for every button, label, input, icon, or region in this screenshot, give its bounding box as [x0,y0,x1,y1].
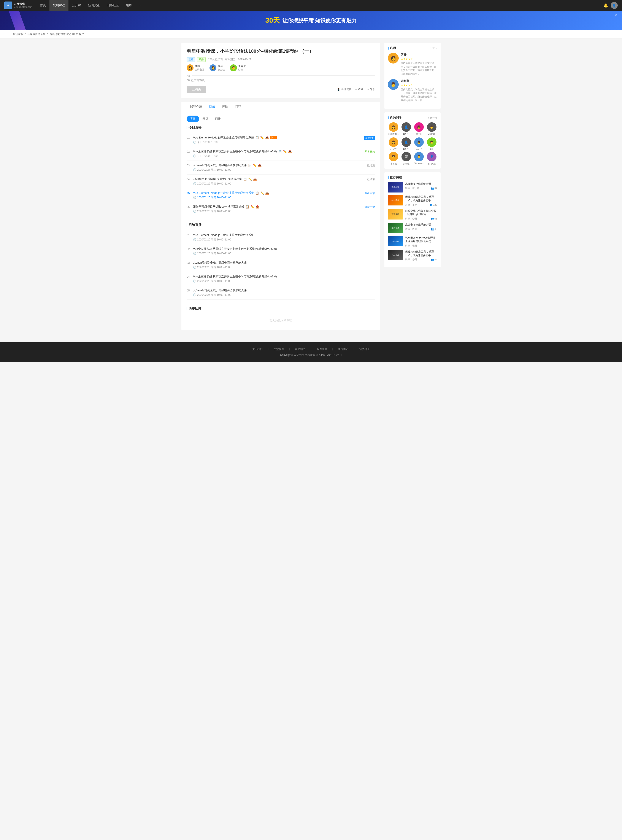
tag-live: 直播 [187,57,195,62]
collect-btn[interactable]: ☆ 收藏 [355,87,363,91]
rec-course-6[interactable]: Java JUC 玩转Java开发工具，精通JUC，成为开发多面手 讲师：岱田 … [388,250,437,261]
lesson-6-icon-edit[interactable]: ✏️ [250,205,254,208]
lesson-5-icon-edit[interactable]: ✏️ [260,191,264,195]
footer-recruit[interactable]: 招资纳士 [359,347,370,351]
share-btn[interactable]: ↗ 分享 [367,87,375,91]
breadcrumb: 发现课程 / 新媒体营销系列 / 销冠修炼术木稿定80%的客户 [0,30,622,38]
classmate-1: 👩 化学教书... [388,122,399,136]
breadcrumb-series[interactable]: 新媒体营销系列 [27,33,45,36]
lesson-5-icon-share[interactable]: 📤 [265,191,269,195]
lesson-6-icon-notes[interactable]: 📋 [245,205,249,208]
classmate-name-10: 大笨狼 [403,162,410,165]
navbar: ☁️ 云朵课堂 yunduoketang.com 首页 发现课程 公开课 新闻资… [0,0,622,11]
classmate-avatar-3: 👩 [414,122,424,132]
banner-close-btn[interactable]: ✕ [615,13,618,17]
lesson-1: 01 Vue Element+Node.js开发企业通用管理后台系统 📋 ✏️ … [187,133,375,147]
teacher-stars-luojing: ★★★★☆ [401,58,437,61]
lesson-6-status[interactable]: 查看回放 [364,205,375,209]
lesson-3-icon-share[interactable]: 📤 [258,163,262,167]
lesson-5-icon-notes[interactable]: 📋 [255,191,259,195]
notification-bell[interactable]: 🔔 [604,3,608,8]
footer-sitemap[interactable]: 网站地图 [295,347,305,351]
user-avatar[interactable]: 👤 [611,2,618,9]
nav-qa[interactable]: 问答社区 [104,0,122,11]
classmate-avatar-2: 👤 [401,122,411,132]
footer-disclaimer[interactable]: 免责声明 [338,347,348,351]
prev-teacher-btn[interactable]: ‹ [429,47,430,50]
rec-thumb-3: 前端全栈 [388,209,403,220]
rec-students-1: 👥 34 [431,187,437,190]
future-lesson-4-title: Vue全家桶实战 从零独立开发企业级小米电商系统(免费升级Vue3.0) [193,275,375,278]
classmate-name-7: 1867** [416,148,422,150]
history-section: 历史回顾 暂无历史回顾课程 [181,303,380,330]
lesson-5-title-text[interactable]: Vue Element+Node.js开发企业通用管理后台系统 [193,191,254,195]
footer-agent[interactable]: 加盟代理 [274,347,284,351]
nav-discover[interactable]: 发现课程 [49,0,69,11]
lesson-2-title: Vue全家桶实战 从零独立开发企业级小米电商系统(免费升级Vue3.0) 📋 ✏… [193,150,364,153]
footer-partner[interactable]: 合作伙伴 [317,347,327,351]
lesson-2-icon-share[interactable]: 📤 [288,150,292,153]
tab-intro[interactable]: 课程介绍 [187,102,206,112]
logo-sub: yunduoketang.com [14,6,32,8]
rec-thumb-4: 电商系统 [388,223,403,233]
lesson-1-status: 直播中 [364,136,375,140]
future-clock-1: 🕐 [193,238,196,241]
rec-course-5[interactable]: Vue Node Vue Element+Node.js开发企业通用管理后台系统… [388,236,437,247]
rec-title-1: 高级电商全线系统大课 [405,182,437,186]
lesson-3-icon-edit[interactable]: ✏️ [253,163,256,167]
teacher-linghe: 👩 凌荷 班主任 [209,64,225,71]
classmates-title: 你的同学 [388,116,402,120]
lesson-5-num: 05 [187,191,193,195]
content-tab-record[interactable]: 录播 [199,116,212,122]
content-tab-interview[interactable]: 面接 [212,116,224,122]
classmate-name-12: qq_天涯 [428,162,436,165]
lesson-6-icon-share[interactable]: 📤 [256,205,259,208]
future-lesson-2-content: Vue全家桶实战 从零独立开发企业级小米电商系统(免费升级Vue3.0) 🕐 2… [193,247,375,255]
nav-more[interactable]: ··· [136,0,145,11]
clock-icon-5: 🕐 [193,196,196,199]
tab-review[interactable]: 评论 [218,102,232,112]
main-container: 明星中教授课，小学阶段语法100分–强化级第1讲动词（一） 直播 录播 246人… [181,38,441,338]
refresh-label: 换一换 [430,116,437,119]
nav-open[interactable]: 公开课 [69,0,84,11]
lesson-1-icon-edit[interactable]: ✏️ [260,136,264,139]
banner-days: 30天 [265,16,280,25]
lesson-4-icon-notes[interactable]: 📋 [243,177,247,181]
buy-button[interactable]: 已购买 [187,86,206,93]
teacher-page-indicator: 1/10 [430,47,435,50]
rec-course-2[interactable]: Java工具 玩转Java开发工具，精通JUC，成为开发多面手 讲师：王朋 👥 … [388,195,437,206]
content-nav: 直播 录播 面接 [181,112,380,122]
lesson-5-status[interactable]: 查看回放 [364,191,375,195]
rec-course-1[interactable]: 高级电商 高级电商全线系统大课 讲师：张小锋 👥 34 [388,182,437,192]
tab-contents[interactable]: 目录 [206,102,218,112]
content-tab-live[interactable]: 直播 [187,116,199,122]
rec-course-3[interactable]: 前端全栈 前端全栈加强版！前端全栈+全周期+多维应用 讲师：岱田 👥 56 [388,209,437,221]
star-icon: ☆ [355,88,357,91]
lesson-3-icon-notes[interactable]: 📋 [248,163,252,167]
nav-news[interactable]: 新闻资讯 [84,0,104,11]
lesson-3-status: 已结束 [367,163,375,168]
tab-qa[interactable]: 问答 [232,102,244,112]
logo[interactable]: ☁️ 云朵课堂 yunduoketang.com [4,2,32,9]
rec-info-1: 高级电商全线系统大课 讲师：张小锋 👥 34 [405,182,437,190]
lesson-1-icon-notes[interactable]: 📋 [255,136,259,139]
future-clock-3: 🕐 [193,266,196,269]
lesson-4-icon-share[interactable]: 📤 [253,177,257,181]
lesson-4-time-text: 2020/02/26 周四 10:00–11:00 [197,182,231,186]
future-lesson-5-title: 从Java后端到全栈、高级电商全栈系统大课 [193,289,375,292]
lesson-1-icon-share[interactable]: 📤 [265,136,269,139]
mobile-watch-btn[interactable]: 📱 手机观看 [337,87,351,91]
nav-exam[interactable]: 题库 [122,0,136,11]
teacher-card-info-luojing: 罗静 ★★★★☆ 国内某重点大学安全工程专业硕士，国家一级注册消防工程师、注册安… [401,53,437,76]
lesson-2-icon-edit[interactable]: ✏️ [283,150,287,153]
rec-course-4[interactable]: 电商系统 高级电商全线系统大课 讲师：冷峰 👥 46 [388,223,437,233]
footer-about[interactable]: 关于我们 [252,347,263,351]
next-teacher-btn[interactable]: › [436,47,437,50]
refresh-classmates-btn[interactable]: ↻ 换一换 [428,116,437,119]
lesson-2-icon-notes[interactable]: 📋 [278,150,282,153]
course-tags: 直播 录播 246人已学习 · 有效期至：2019-10-21 [187,57,375,62]
future-lesson-3-time: 🕐 2020/02/26 周四 10:00–11:00 [193,266,375,269]
lesson-4-icon-edit[interactable]: ✏️ [248,177,252,181]
breadcrumb-home[interactable]: 发现课程 [13,33,23,36]
nav-home[interactable]: 首页 [37,0,49,11]
